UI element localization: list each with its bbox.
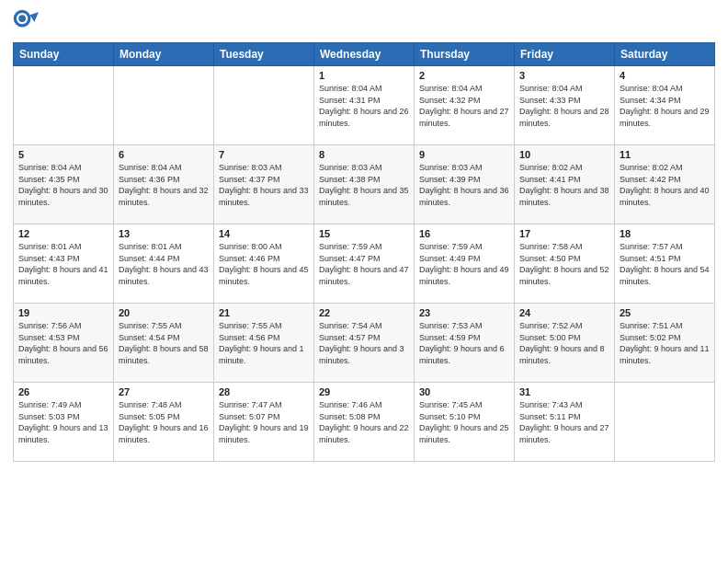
day-info: Sunrise: 7:45 AM Sunset: 5:10 PM Dayligh… xyxy=(419,399,509,445)
day-info: Sunrise: 7:46 AM Sunset: 5:08 PM Dayligh… xyxy=(319,399,409,445)
day-number: 28 xyxy=(219,386,309,397)
logo-icon xyxy=(13,9,39,35)
day-info: Sunrise: 8:03 AM Sunset: 4:37 PM Dayligh… xyxy=(219,162,309,208)
calendar-week-row: 26Sunrise: 7:49 AM Sunset: 5:03 PM Dayli… xyxy=(14,383,715,462)
day-number: 9 xyxy=(419,149,509,160)
calendar-day-cell: 24Sunrise: 7:52 AM Sunset: 5:00 PM Dayli… xyxy=(515,304,615,383)
day-info: Sunrise: 8:03 AM Sunset: 4:39 PM Dayligh… xyxy=(419,162,509,208)
calendar-day-cell: 11Sunrise: 8:02 AM Sunset: 4:42 PM Dayli… xyxy=(615,145,715,224)
calendar-day-cell xyxy=(14,66,114,145)
day-number: 13 xyxy=(119,228,209,239)
day-number: 3 xyxy=(519,70,609,81)
calendar-week-row: 5Sunrise: 8:04 AM Sunset: 4:35 PM Daylig… xyxy=(14,145,715,224)
day-number: 26 xyxy=(18,386,108,397)
day-info: Sunrise: 8:02 AM Sunset: 4:41 PM Dayligh… xyxy=(519,162,609,208)
day-number: 30 xyxy=(419,386,509,397)
calendar-weekday: Saturday xyxy=(615,43,715,66)
day-info: Sunrise: 7:59 AM Sunset: 4:47 PM Dayligh… xyxy=(319,241,409,287)
day-info: Sunrise: 8:00 AM Sunset: 4:46 PM Dayligh… xyxy=(219,241,309,287)
calendar-day-cell: 23Sunrise: 7:53 AM Sunset: 4:59 PM Dayli… xyxy=(415,304,515,383)
day-number: 27 xyxy=(119,386,209,397)
day-number: 17 xyxy=(519,228,609,239)
day-number: 6 xyxy=(119,149,209,160)
logo xyxy=(13,9,40,35)
day-info: Sunrise: 8:04 AM Sunset: 4:36 PM Dayligh… xyxy=(119,162,209,208)
day-info: Sunrise: 7:55 AM Sunset: 4:54 PM Dayligh… xyxy=(119,320,209,366)
calendar-weekday: Monday xyxy=(114,43,214,66)
day-info: Sunrise: 7:58 AM Sunset: 4:50 PM Dayligh… xyxy=(519,241,609,287)
day-info: Sunrise: 8:01 AM Sunset: 4:43 PM Dayligh… xyxy=(18,241,108,287)
day-info: Sunrise: 7:52 AM Sunset: 5:00 PM Dayligh… xyxy=(519,320,609,366)
calendar-day-cell: 3Sunrise: 8:04 AM Sunset: 4:33 PM Daylig… xyxy=(515,66,615,145)
day-number: 23 xyxy=(419,307,509,318)
calendar-day-cell: 17Sunrise: 7:58 AM Sunset: 4:50 PM Dayli… xyxy=(515,224,615,304)
calendar-day-cell: 16Sunrise: 7:59 AM Sunset: 4:49 PM Dayli… xyxy=(415,224,515,304)
calendar-day-cell: 21Sunrise: 7:55 AM Sunset: 4:56 PM Dayli… xyxy=(214,304,314,383)
day-number: 15 xyxy=(319,228,409,239)
svg-marker-3 xyxy=(30,12,39,22)
day-info: Sunrise: 8:04 AM Sunset: 4:32 PM Dayligh… xyxy=(419,83,509,129)
day-info: Sunrise: 8:04 AM Sunset: 4:33 PM Dayligh… xyxy=(519,83,609,129)
calendar-day-cell: 26Sunrise: 7:49 AM Sunset: 5:03 PM Dayli… xyxy=(14,383,114,462)
calendar-day-cell: 1Sunrise: 8:04 AM Sunset: 4:31 PM Daylig… xyxy=(314,66,415,145)
calendar-day-cell: 13Sunrise: 8:01 AM Sunset: 4:44 PM Dayli… xyxy=(114,224,214,304)
day-number: 25 xyxy=(620,307,710,318)
day-number: 5 xyxy=(18,149,108,160)
calendar-day-cell: 2Sunrise: 8:04 AM Sunset: 4:32 PM Daylig… xyxy=(415,66,515,145)
day-number: 29 xyxy=(319,386,409,397)
calendar-day-cell: 22Sunrise: 7:54 AM Sunset: 4:57 PM Dayli… xyxy=(314,304,415,383)
calendar-day-cell: 9Sunrise: 8:03 AM Sunset: 4:39 PM Daylig… xyxy=(415,145,515,224)
day-number: 31 xyxy=(519,386,609,397)
day-info: Sunrise: 7:43 AM Sunset: 5:11 PM Dayligh… xyxy=(519,399,609,445)
calendar-weekday: Sunday xyxy=(14,43,114,66)
calendar-weekday: Friday xyxy=(515,43,615,66)
calendar-week-row: 19Sunrise: 7:56 AM Sunset: 4:53 PM Dayli… xyxy=(14,304,715,383)
day-info: Sunrise: 7:49 AM Sunset: 5:03 PM Dayligh… xyxy=(18,399,108,445)
calendar-day-cell: 29Sunrise: 7:46 AM Sunset: 5:08 PM Dayli… xyxy=(314,383,415,462)
day-info: Sunrise: 8:04 AM Sunset: 4:35 PM Dayligh… xyxy=(18,162,108,208)
calendar-day-cell: 5Sunrise: 8:04 AM Sunset: 4:35 PM Daylig… xyxy=(14,145,114,224)
calendar-week-row: 1Sunrise: 8:04 AM Sunset: 4:31 PM Daylig… xyxy=(14,66,715,145)
day-info: Sunrise: 7:59 AM Sunset: 4:49 PM Dayligh… xyxy=(419,241,509,287)
calendar-day-cell: 15Sunrise: 7:59 AM Sunset: 4:47 PM Dayli… xyxy=(314,224,415,304)
calendar-weekday: Wednesday xyxy=(314,43,415,66)
day-number: 18 xyxy=(620,228,710,239)
calendar-day-cell: 10Sunrise: 8:02 AM Sunset: 4:41 PM Dayli… xyxy=(515,145,615,224)
day-number: 21 xyxy=(219,307,309,318)
day-number: 8 xyxy=(319,149,409,160)
calendar-day-cell: 20Sunrise: 7:55 AM Sunset: 4:54 PM Dayli… xyxy=(114,304,214,383)
day-info: Sunrise: 7:55 AM Sunset: 4:56 PM Dayligh… xyxy=(219,320,309,366)
calendar-weekday: Thursday xyxy=(415,43,515,66)
day-info: Sunrise: 8:01 AM Sunset: 4:44 PM Dayligh… xyxy=(119,241,209,287)
day-number: 4 xyxy=(620,70,710,81)
calendar-day-cell: 28Sunrise: 7:47 AM Sunset: 5:07 PM Dayli… xyxy=(214,383,314,462)
calendar-day-cell: 18Sunrise: 7:57 AM Sunset: 4:51 PM Dayli… xyxy=(615,224,715,304)
day-number: 2 xyxy=(419,70,509,81)
day-info: Sunrise: 8:02 AM Sunset: 4:42 PM Dayligh… xyxy=(620,162,710,208)
day-info: Sunrise: 7:48 AM Sunset: 5:05 PM Dayligh… xyxy=(119,399,209,445)
calendar-day-cell xyxy=(114,66,214,145)
day-info: Sunrise: 8:04 AM Sunset: 4:34 PM Dayligh… xyxy=(620,83,710,129)
day-number: 10 xyxy=(519,149,609,160)
day-info: Sunrise: 8:04 AM Sunset: 4:31 PM Dayligh… xyxy=(319,83,409,129)
calendar-day-cell: 31Sunrise: 7:43 AM Sunset: 5:11 PM Dayli… xyxy=(515,383,615,462)
calendar-day-cell: 12Sunrise: 8:01 AM Sunset: 4:43 PM Dayli… xyxy=(14,224,114,304)
calendar-header-row: SundayMondayTuesdayWednesdayThursdayFrid… xyxy=(14,43,715,66)
calendar-weekday: Tuesday xyxy=(214,43,314,66)
day-number: 22 xyxy=(319,307,409,318)
calendar-day-cell: 8Sunrise: 8:03 AM Sunset: 4:38 PM Daylig… xyxy=(314,145,415,224)
day-info: Sunrise: 8:03 AM Sunset: 4:38 PM Dayligh… xyxy=(319,162,409,208)
calendar-table: SundayMondayTuesdayWednesdayThursdayFrid… xyxy=(13,42,715,462)
day-info: Sunrise: 7:53 AM Sunset: 4:59 PM Dayligh… xyxy=(419,320,509,366)
day-number: 20 xyxy=(119,307,209,318)
day-number: 7 xyxy=(219,149,309,160)
header xyxy=(13,9,715,35)
day-number: 12 xyxy=(18,228,108,239)
day-info: Sunrise: 7:56 AM Sunset: 4:53 PM Dayligh… xyxy=(18,320,108,366)
calendar-day-cell: 14Sunrise: 8:00 AM Sunset: 4:46 PM Dayli… xyxy=(214,224,314,304)
day-number: 14 xyxy=(219,228,309,239)
calendar-week-row: 12Sunrise: 8:01 AM Sunset: 4:43 PM Dayli… xyxy=(14,224,715,304)
calendar-day-cell: 19Sunrise: 7:56 AM Sunset: 4:53 PM Dayli… xyxy=(14,304,114,383)
day-number: 16 xyxy=(419,228,509,239)
calendar-day-cell: 27Sunrise: 7:48 AM Sunset: 5:05 PM Dayli… xyxy=(114,383,214,462)
